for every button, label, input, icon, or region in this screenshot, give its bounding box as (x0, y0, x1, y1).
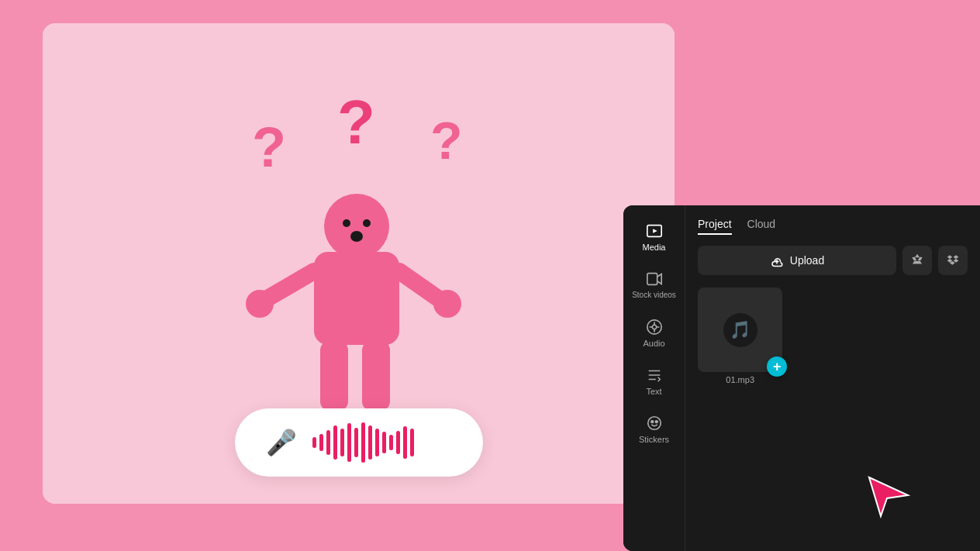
sidebar-item-text-label: Text (646, 387, 661, 396)
svg-point-21 (652, 325, 657, 329)
svg-point-23 (650, 421, 653, 423)
sidebar-item-stickers[interactable]: Stickers (623, 405, 685, 453)
svg-point-7 (363, 219, 371, 227)
svg-point-8 (350, 231, 363, 242)
tabs: Project Cloud (698, 218, 968, 235)
media-grid: 🎵 + 01.mp3 (698, 288, 968, 384)
upload-row: Upload (698, 246, 968, 275)
text-icon (646, 367, 663, 384)
audio-recording-bar: 🎤 (235, 408, 483, 477)
upload-label: Upload (790, 254, 824, 267)
upload-button[interactable]: Upload (698, 246, 896, 275)
sidebar-item-media[interactable]: Media (623, 213, 685, 261)
sidebar: Media Stock videos Audio (623, 205, 685, 551)
media-item[interactable]: 🎵 + (698, 288, 782, 372)
svg-rect-19 (647, 274, 657, 285)
mic-icon: 🎤 (266, 428, 297, 457)
audio-icon (646, 319, 663, 336)
tab-cloud[interactable]: Cloud (747, 218, 776, 235)
svg-rect-13 (320, 341, 348, 411)
svg-point-12 (433, 290, 461, 318)
google-drive-icon (910, 253, 924, 267)
tab-project[interactable]: Project (698, 218, 732, 235)
media-item-wrapper: 🎵 + 01.mp3 (698, 288, 782, 384)
svg-text:?: ? (252, 116, 286, 178)
svg-point-5 (324, 194, 389, 259)
svg-rect-14 (362, 341, 390, 411)
stock-videos-icon (646, 270, 663, 288)
svg-marker-18 (653, 229, 657, 233)
dropbox-button[interactable] (938, 246, 968, 275)
right-panel: Media Stock videos Audio (623, 205, 980, 551)
svg-point-6 (343, 219, 350, 227)
waveform (312, 422, 414, 463)
svg-point-10 (246, 290, 274, 318)
svg-rect-4 (314, 252, 399, 345)
sidebar-item-audio-label: Audio (643, 339, 664, 348)
sidebar-item-stock-videos[interactable]: Stock videos (623, 261, 685, 309)
google-drive-button[interactable] (902, 246, 932, 275)
add-media-button[interactable]: + (767, 356, 787, 377)
sidebar-item-media-label: Media (643, 243, 666, 252)
svg-point-22 (647, 417, 661, 430)
stickers-icon (646, 415, 663, 432)
preview-canvas: ? ? ? 🎤 (43, 23, 675, 504)
music-note-icon: 🎵 (723, 313, 757, 347)
svg-text:?: ? (430, 111, 463, 170)
sidebar-item-text[interactable]: Text (623, 357, 685, 405)
upload-cloud-icon (770, 253, 784, 267)
media-filename: 01.mp3 (698, 375, 782, 384)
svg-point-24 (655, 421, 657, 423)
media-icon (646, 222, 663, 239)
sidebar-item-audio[interactable]: Audio (623, 309, 685, 357)
sidebar-item-stickers-label: Stickers (639, 435, 669, 444)
sidebar-item-stock-videos-label: Stock videos (632, 291, 676, 300)
panel-content: Project Cloud Upload (685, 205, 980, 551)
svg-text:?: ? (337, 88, 375, 157)
dropbox-icon (947, 254, 959, 267)
